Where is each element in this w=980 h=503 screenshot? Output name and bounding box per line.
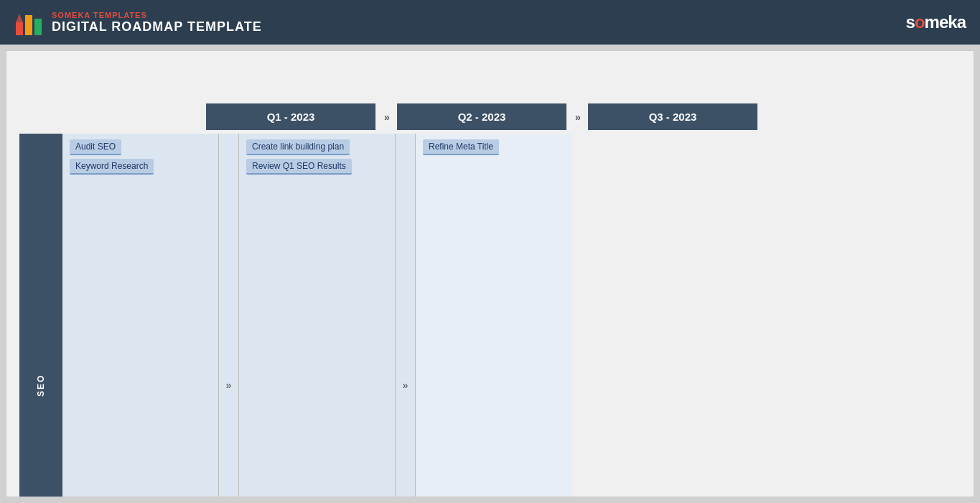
quarter-headers: Q1 - 2023 » Q2 - 2023 » Q3 - 2023: [206, 103, 961, 130]
svg-rect-2: [34, 19, 42, 35]
task-keyword-research: Keyword Research: [70, 159, 154, 175]
seo-label: SEO: [19, 134, 62, 497]
header-text: SOMEKA TEMPLATES DIGITAL ROADMAP TEMPLAT…: [52, 11, 262, 34]
arrow-2: »: [568, 103, 588, 130]
logo-icon: [14, 8, 43, 37]
svg-marker-3: [16, 14, 23, 22]
roadmap-grid: SEO Audit SEO Keyword Research » Create …: [19, 134, 961, 497]
someka-logo: someka: [906, 12, 966, 32]
arrow-seo-1: »: [219, 134, 239, 497]
app-container: SOMEKA TEMPLATES DIGITAL ROADMAP TEMPLAT…: [0, 0, 980, 497]
svg-rect-0: [16, 22, 23, 35]
header: SOMEKA TEMPLATES DIGITAL ROADMAP TEMPLAT…: [0, 0, 980, 45]
svg-rect-1: [25, 15, 32, 35]
task-review-q1-seo: Review Q1 SEO Results: [246, 159, 352, 175]
task-create-link: Create link building plan: [246, 139, 350, 155]
seo-category-label: SEO: [19, 134, 62, 497]
task-refine-meta: Refine Meta Title: [423, 139, 499, 155]
q2-header: Q2 - 2023: [397, 103, 568, 130]
seo-q3-cell: Refine Meta Title: [416, 134, 572, 497]
page-title: DIGITAL ROADMAP TEMPLATE: [52, 19, 262, 34]
arrow-seo-2: »: [396, 134, 416, 497]
task-audit-seo: Audit SEO: [70, 139, 121, 155]
brand-label: SOMEKA TEMPLATES: [52, 11, 262, 19]
seo-q1-cell: Audit SEO Keyword Research: [62, 134, 219, 497]
main-content: Q1 - 2023 » Q2 - 2023 » Q3 - 2023 SEO Au…: [6, 50, 974, 497]
q1-header: Q1 - 2023: [206, 103, 377, 130]
seo-row: SEO Audit SEO Keyword Research » Create …: [19, 134, 961, 497]
seo-q2-cell: Create link building plan Review Q1 SEO …: [239, 134, 396, 497]
header-left: SOMEKA TEMPLATES DIGITAL ROADMAP TEMPLAT…: [14, 8, 262, 37]
arrow-1: »: [377, 103, 397, 130]
q3-header: Q3 - 2023: [588, 103, 759, 130]
